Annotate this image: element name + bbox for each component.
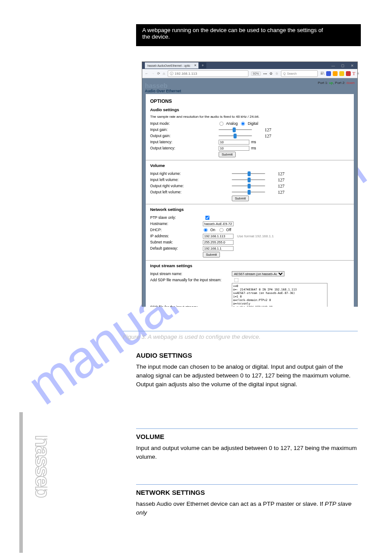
out-left-slider[interactable]	[232, 190, 265, 194]
url-input[interactable]: ⓘ 192.168.1.113	[168, 70, 248, 77]
digital-label: Digital	[248, 121, 258, 126]
ext-icon-3[interactable]	[339, 71, 344, 76]
close-icon[interactable]: ✕	[194, 64, 197, 67]
figure-rule-top	[123, 331, 358, 331]
back-icon[interactable]: ←	[145, 72, 148, 76]
input-latency-label: Input latency:	[150, 140, 219, 144]
digital-radio[interactable]	[241, 121, 245, 125]
reader-icon[interactable]: ✿	[270, 72, 273, 76]
output-gain-label: Output gain:	[150, 134, 219, 138]
ext-icon-5[interactable]: T	[352, 71, 356, 76]
output-latency-label: Output latency:	[150, 146, 219, 150]
section-rule-3	[136, 484, 358, 485]
in-right-value: 127	[267, 171, 284, 176]
browser-tab[interactable]: hasseb AudioOverEthernet - optic ✕	[145, 62, 198, 69]
network-section-body: hasseb Audio over Ethernet device can ac…	[136, 500, 358, 517]
in-left-slider[interactable]	[232, 178, 265, 182]
port-status: Port 1: up, Port 2: down	[318, 79, 355, 85]
star-icon[interactable]: ☆	[275, 72, 278, 76]
in-right-slider[interactable]	[232, 171, 265, 176]
out-right-value: 127	[267, 184, 284, 189]
forward-icon[interactable]: →	[151, 72, 155, 76]
page-content: hasseb Audio Over Ethernet Port 1: up, P…	[142, 78, 357, 307]
dhcp-off-label: Off	[226, 228, 231, 232]
latency-unit: ms	[251, 140, 256, 144]
volume-submit-button[interactable]: Submit	[232, 196, 249, 201]
network-heading: Network settings	[150, 207, 349, 212]
dhcp-on-radio[interactable]	[204, 228, 208, 232]
intro-line1: A webpage running on the device can be u…	[142, 27, 355, 33]
home-icon[interactable]: ⌂	[163, 72, 165, 76]
intro-line2: the device.	[142, 33, 355, 40]
ext-icon-4[interactable]	[346, 71, 351, 76]
menu-icon[interactable]: ≡	[357, 72, 360, 76]
audio-section-body: The input mode can chosen to be analog o…	[136, 363, 358, 389]
subnet-input[interactable]	[203, 240, 234, 245]
more-icon[interactable]: •••	[263, 72, 267, 76]
url-text: 192.168.1.113	[175, 72, 197, 76]
analog-radio[interactable]	[219, 121, 223, 125]
tab-title: hasseb AudioOverEthernet - optic	[147, 64, 190, 67]
port1-label: Port 1:	[318, 81, 328, 85]
reload-icon[interactable]: ⟳	[157, 72, 160, 76]
stream-name-label: Input stream name:	[150, 272, 232, 276]
section-rule-2	[136, 428, 358, 429]
latency-unit-2: ms	[251, 146, 256, 150]
search-icon: Q	[283, 72, 285, 75]
close-window-icon[interactable]: ✕	[351, 64, 354, 68]
brand-logo: hasseb	[145, 83, 181, 89]
ext-icon-1[interactable]	[326, 71, 331, 76]
window-controls: — ▢ ✕	[331, 64, 357, 68]
toolbar-icons: ⅲ\ T ≡	[320, 71, 359, 76]
audio-submit-button[interactable]: Submit	[219, 152, 236, 157]
stream-manual-checkbox[interactable]	[234, 278, 239, 282]
port2-label: , Port 2:	[333, 81, 345, 85]
intro-black-box: A webpage running on the device can be u…	[136, 24, 361, 46]
hostname-input[interactable]	[203, 221, 234, 226]
ptp-label: PTP slave only:	[150, 215, 203, 220]
options-panel: OPTIONS Audio settings The sample rate a…	[146, 94, 354, 307]
gateway-label: Default gateway:	[150, 246, 203, 250]
dhcp-on-label: On	[210, 228, 215, 232]
input-gain-label: Input gain:	[150, 127, 219, 132]
info-icon: ⓘ	[170, 71, 173, 76]
maximize-icon[interactable]: ▢	[341, 64, 345, 68]
search-placeholder: Search	[287, 72, 297, 75]
in-left-value: 127	[267, 178, 284, 182]
out-left-label: Output left volume:	[150, 190, 232, 194]
volume-section-title: VOLUME	[136, 433, 164, 440]
analog-label: Analog	[226, 121, 237, 126]
volume-heading: Volume	[150, 163, 349, 168]
dhcp-off-radio[interactable]	[219, 228, 223, 232]
stream-manual-label: Add SDP file manually for the input stre…	[150, 278, 232, 282]
in-left-label: Input left volume:	[150, 178, 232, 182]
out-right-label: Output right volume:	[150, 184, 232, 188]
sdp-textarea[interactable]: v=0 o=- 2147483647 0 IN IP4 192.168.1.11…	[232, 283, 327, 307]
tab-bar: hasseb AudioOverEthernet - optic ✕ + — ▢…	[142, 62, 357, 69]
grey-side-bar	[19, 412, 23, 553]
gateway-input[interactable]	[203, 246, 234, 251]
ip-label: IP address:	[150, 234, 203, 238]
search-input[interactable]: Q Search	[281, 70, 318, 77]
library-icon[interactable]: ⅲ\	[320, 71, 324, 76]
out-left-value: 127	[267, 190, 284, 195]
dhcp-label: DHCP:	[150, 228, 203, 232]
port1-value: up	[329, 81, 333, 85]
ext-icon-2[interactable]	[333, 71, 338, 76]
minimize-icon[interactable]: —	[331, 64, 335, 68]
input-gain-slider[interactable]	[219, 127, 252, 132]
brand-subtitle: Audio Over Ethernet	[145, 89, 181, 93]
ptp-checkbox[interactable]	[205, 215, 210, 220]
new-tab-button[interactable]: +	[199, 62, 206, 69]
ip-input[interactable]	[203, 234, 234, 239]
input-mode-label: Input mode:	[150, 121, 219, 126]
hostname-label: Hostname:	[150, 221, 203, 226]
input-latency-input[interactable]	[219, 140, 249, 145]
input-gain-value: 127	[254, 127, 271, 132]
output-latency-input[interactable]	[219, 146, 249, 151]
network-submit-button[interactable]: Submit	[203, 252, 220, 258]
output-gain-slider[interactable]	[219, 134, 252, 138]
out-right-slider[interactable]	[232, 184, 265, 188]
zoom-level[interactable]: 90%	[251, 72, 261, 76]
stream-name-select[interactable]: AES67-stream (on hasseb-AoE-87-36)	[232, 271, 284, 276]
